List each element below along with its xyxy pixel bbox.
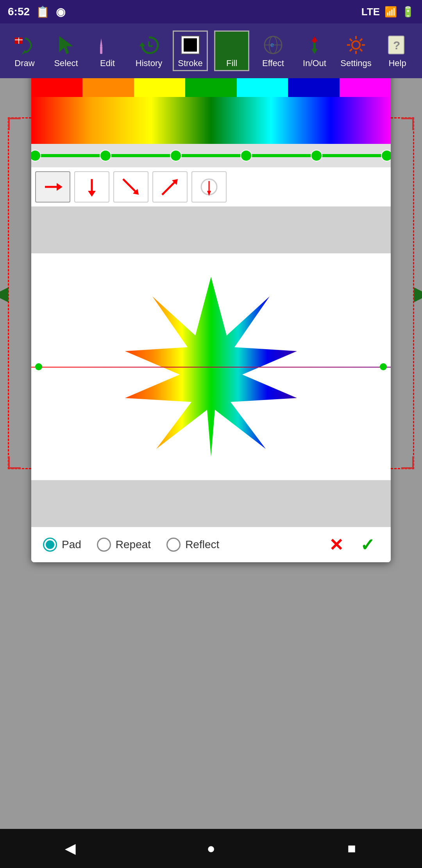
toolbar-fill[interactable]: Fill <box>214 30 249 71</box>
svg-line-27 <box>350 49 352 51</box>
star-preview-area <box>31 206 391 527</box>
toolbar-select[interactable]: Select <box>48 33 84 68</box>
toolbar-settings[interactable]: Settings <box>338 33 374 68</box>
radio-pad-label: Pad <box>62 538 81 551</box>
svg-line-36 <box>162 181 176 195</box>
radio-repeat-label: Repeat <box>116 538 151 551</box>
radio-reflect-label: Reflect <box>185 538 219 551</box>
svg-marker-5 <box>139 42 145 46</box>
fill-label: Fill <box>226 58 237 68</box>
handle-tr[interactable] <box>401 118 414 130</box>
svg-marker-31 <box>57 183 63 191</box>
select-icon <box>54 33 78 57</box>
svg-line-25 <box>360 49 362 51</box>
toolbar-effect[interactable]: e Effect <box>256 33 291 68</box>
stroke-icon <box>179 33 202 57</box>
edit-label: Edit <box>100 58 115 68</box>
svg-rect-9 <box>184 38 197 52</box>
handle-br[interactable] <box>401 456 414 469</box>
effect-icon: e <box>261 33 285 57</box>
toolbar-edit[interactable]: Edit <box>90 33 125 68</box>
toolbar-help[interactable]: ? Help <box>380 33 415 68</box>
radio-pad-inner <box>46 540 54 549</box>
toolbar: Draw Select Edit History <box>0 23 422 78</box>
settings-label: Settings <box>340 58 372 68</box>
radio-reflect[interactable]: Reflect <box>166 538 219 552</box>
stroke-label: Stroke <box>178 58 203 68</box>
draw-label: Draw <box>14 58 34 68</box>
dir-down-btn[interactable] <box>74 171 109 203</box>
preview-bottom-padding <box>31 480 391 527</box>
select-label: Select <box>54 58 78 68</box>
draw-icon <box>13 33 36 57</box>
dir-radial-btn[interactable] <box>191 171 227 203</box>
toolbar-history[interactable]: History <box>131 33 166 68</box>
handle-tl[interactable] <box>8 118 21 130</box>
nav-home-button[interactable]: ● <box>195 833 227 864</box>
stop-5[interactable] <box>381 150 391 161</box>
dir-diagonal-down-btn[interactable] <box>113 171 148 203</box>
nav-recent-button[interactable]: ■ <box>336 833 367 864</box>
inout-label: In/Out <box>303 58 326 68</box>
signal-bars: 📶 <box>384 6 397 18</box>
help-label: Help <box>388 58 406 68</box>
gradient-end-handle[interactable] <box>380 363 387 370</box>
ok-button[interactable]: ✓ <box>356 533 379 556</box>
settings-icon <box>344 33 368 57</box>
svg-marker-17 <box>311 49 318 54</box>
nav-back-button[interactable]: ◀ <box>55 833 86 864</box>
gradient-dialog: Pad Repeat Reflect ✕ ✓ <box>31 58 391 562</box>
action-buttons: ✕ ✓ <box>324 533 379 556</box>
inout-icon <box>303 33 326 57</box>
stop-1[interactable] <box>100 150 111 161</box>
handle-right-arrow[interactable]: ▶ <box>414 282 422 305</box>
toolbar-inout[interactable]: In/Out <box>297 33 332 68</box>
toolbar-stroke[interactable]: Stroke <box>173 30 208 71</box>
lte-label: LTE <box>361 6 380 18</box>
dir-diagonal-up-btn[interactable] <box>152 171 188 203</box>
stop-4[interactable] <box>311 150 322 161</box>
toolbar-draw[interactable]: Draw <box>7 33 42 68</box>
slider-track <box>35 154 387 157</box>
svg-point-19 <box>352 41 360 49</box>
svg-line-34 <box>123 179 137 193</box>
nav-bar: ◀ ● ■ <box>0 829 422 868</box>
sim-icon: 📋 <box>36 5 50 18</box>
gradient-direction-line <box>31 367 391 368</box>
svg-line-24 <box>350 39 352 41</box>
stop-0[interactable] <box>31 150 41 161</box>
handle-left-arrow[interactable]: ◀ <box>0 282 8 305</box>
battery-icon: 🔋 <box>402 6 414 18</box>
network-icon: ◉ <box>56 5 65 18</box>
effect-label: Effect <box>262 58 284 68</box>
stop-2[interactable] <box>170 150 182 161</box>
radio-repeat-circle <box>97 538 111 552</box>
svg-text:?: ? <box>393 39 400 52</box>
svg-rect-18 <box>313 43 316 49</box>
svg-marker-15 <box>311 36 318 41</box>
svg-line-26 <box>360 39 362 41</box>
fill-icon <box>220 33 243 57</box>
cancel-button[interactable]: ✕ <box>324 533 348 556</box>
svg-marker-33 <box>88 191 96 197</box>
radio-pad[interactable]: Pad <box>43 538 81 552</box>
radio-repeat[interactable]: Repeat <box>97 538 151 552</box>
svg-rect-10 <box>223 36 241 54</box>
radio-pad-circle <box>43 538 57 552</box>
gradient-slider[interactable] <box>31 144 391 167</box>
direction-buttons <box>31 167 391 206</box>
history-icon <box>137 33 161 57</box>
history-label: History <box>136 58 162 68</box>
spread-method-group: Pad Repeat Reflect <box>43 538 219 552</box>
handle-bl[interactable] <box>8 456 21 469</box>
gradient-start-handle[interactable] <box>35 363 42 370</box>
time-display: 6:52 <box>8 5 30 18</box>
edit-icon <box>96 33 119 57</box>
dir-right-btn[interactable] <box>35 171 70 203</box>
gradient-preview-bar <box>31 97 391 144</box>
stop-3[interactable] <box>240 150 252 161</box>
svg-text:e: e <box>270 41 274 48</box>
bottom-controls: Pad Repeat Reflect ✕ ✓ <box>31 527 391 562</box>
status-bar: 6:52 📋 ◉ LTE 📶 🔋 <box>0 0 422 23</box>
preview-top-padding <box>31 206 391 253</box>
